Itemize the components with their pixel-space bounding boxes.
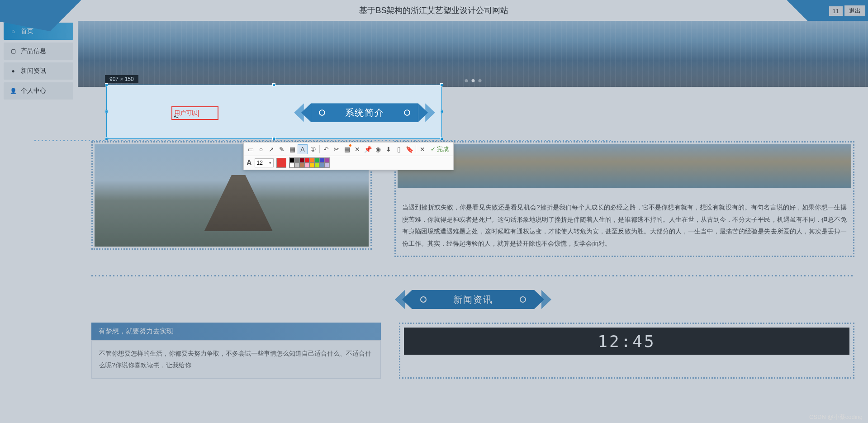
top-bar: 基于BS架构的浙江艾艺塑业设计公司网站 11 退出 xyxy=(0,0,868,21)
selection-handle[interactable] xyxy=(440,110,443,113)
mosaic-tool-button[interactable]: ▦ xyxy=(287,144,297,154)
color-swatch[interactable] xyxy=(309,163,314,168)
intro-image-right xyxy=(398,144,851,188)
carousel-dots xyxy=(465,79,481,82)
news-card[interactable]: 有梦想，就要努力去实现 不管你想要怎样的生活，你都要去努力争取，不多尝试一些事情… xyxy=(91,323,381,378)
user-icon: 👤 xyxy=(10,88,16,94)
font-size-value: 12 xyxy=(257,160,263,166)
carousel-dot[interactable] xyxy=(471,79,474,82)
selection-handle[interactable] xyxy=(105,137,108,140)
selection-handle[interactable] xyxy=(105,110,108,113)
color-swatch[interactable] xyxy=(324,158,329,163)
section-title: 系统简介 xyxy=(311,103,418,122)
home-icon: ⌂ xyxy=(10,28,16,34)
arrow-right-icon xyxy=(534,290,559,309)
arrow-left-icon xyxy=(387,290,412,309)
intro-section: 当遇到挫折或失败，你是看见失败还是看见机会?挫折是我们每个人成长的必经之路，它不… xyxy=(78,141,868,257)
color-swatch[interactable] xyxy=(314,158,319,163)
toolbar-row-format: A 12 xyxy=(244,156,453,170)
color-swatch[interactable] xyxy=(294,158,299,163)
page-title: 基于BS架构的浙江艾艺塑业设计公司网站 xyxy=(359,5,508,16)
selection-handle[interactable] xyxy=(272,83,275,86)
color-swatch[interactable] xyxy=(294,163,299,168)
header-right: 11 退出 xyxy=(829,5,865,16)
main-content: 当遇到挫折或失败，你是看见失败还是看见机会?挫折是我们每个人成长的必经之路，它不… xyxy=(78,21,868,423)
sidebar-item-products[interactable]: ▢ 产品信息 xyxy=(4,43,73,60)
screenshot-selection[interactable]: 907 × 150 用户可以 ↖ 系统简介 xyxy=(106,85,442,139)
color-swatch[interactable] xyxy=(299,163,304,168)
ocr-button[interactable]: ▤ xyxy=(342,144,352,154)
carousel-dot[interactable] xyxy=(465,79,468,82)
pencil-tool-button[interactable]: ✎ xyxy=(277,144,287,154)
hero-banner xyxy=(78,21,868,87)
intro-right-panel: 当遇到挫折或失败，你是看见失败还是看见机会?挫折是我们每个人成长的必经之路，它不… xyxy=(394,141,854,257)
current-color-swatch[interactable] xyxy=(276,158,286,168)
color-swatch[interactable] xyxy=(319,158,324,163)
news-section: 有梦想，就要努力去实现 不管你想要怎样的生活，你都要去努力争取，不多尝试一些事情… xyxy=(78,323,868,378)
selection-dotted-edge xyxy=(34,140,613,141)
color-swatch[interactable] xyxy=(324,163,329,168)
sidebar-item-label: 个人中心 xyxy=(21,87,46,95)
color-palette xyxy=(289,157,330,168)
carousel-dot[interactable] xyxy=(478,79,481,82)
screenshot-toolbar: ▭ ○ ↗ ✎ ▦ A ① ↶ ✂ ▤ ✕ 📌 ◉ ⬇ ▯ 🔖 ✕ ✓ 完成 A… xyxy=(243,142,454,170)
download-button[interactable]: ⬇ xyxy=(384,144,394,154)
section-divider xyxy=(91,275,854,276)
color-swatch[interactable] xyxy=(309,158,314,163)
cube-icon: ▢ xyxy=(10,48,16,54)
user-badge[interactable]: 11 xyxy=(829,6,843,16)
cut-button[interactable]: ✂ xyxy=(332,144,342,154)
selection-handle[interactable] xyxy=(105,83,108,86)
color-swatch[interactable] xyxy=(289,163,294,168)
font-size-select[interactable]: 12 xyxy=(255,158,274,167)
sidebar-item-label: 产品信息 xyxy=(21,47,46,55)
toolbar-separator xyxy=(319,145,320,153)
toolbar-separator xyxy=(416,145,416,153)
pin-button[interactable]: 📌 xyxy=(363,144,373,154)
done-label: 完成 xyxy=(437,145,449,153)
sidebar-item-label: 首页 xyxy=(21,27,33,35)
info-icon: ● xyxy=(10,68,16,74)
sidebar-item-news[interactable]: ● 新闻资讯 xyxy=(4,62,73,80)
color-swatch[interactable] xyxy=(289,158,294,163)
news-card-title: 有梦想，就要努力去实现 xyxy=(91,323,381,340)
arrow-tool-button[interactable]: ↗ xyxy=(266,144,276,154)
done-button[interactable]: ✓ 完成 xyxy=(428,145,451,153)
intro-section-banner: 系统简介 xyxy=(289,103,440,122)
rectangle-tool-button[interactable]: ▭ xyxy=(246,144,256,154)
close-button[interactable]: ✕ xyxy=(417,144,427,154)
color-swatch[interactable] xyxy=(304,163,309,168)
intro-text: 当遇到挫折或失败，你是看见失败还是看见机会?挫折是我们每个人成长的必经之路，它不… xyxy=(398,188,851,254)
record-button[interactable]: ◉ xyxy=(373,144,383,154)
text-tool-button[interactable]: A xyxy=(298,144,308,154)
check-icon: ✓ xyxy=(431,146,436,152)
selection-handle[interactable] xyxy=(440,137,443,140)
font-icon: A xyxy=(247,159,252,167)
sidebar: ⌂ 首页 ▢ 产品信息 ● 新闻资讯 👤 个人中心 xyxy=(0,21,78,423)
shuffle-button[interactable]: ✕ xyxy=(352,144,362,154)
arrow-left-icon xyxy=(289,103,311,122)
ellipse-tool-button[interactable]: ○ xyxy=(256,144,266,154)
selection-dimensions-label: 907 × 150 xyxy=(105,75,138,83)
undo-button[interactable]: ↶ xyxy=(321,144,331,154)
number-tool-button[interactable]: ① xyxy=(308,144,318,154)
watermark: CSDN @小蔡coding xyxy=(809,413,863,421)
color-swatch[interactable] xyxy=(304,158,309,163)
color-swatch[interactable] xyxy=(319,163,324,168)
section-title: 新闻资讯 xyxy=(412,290,534,309)
arrow-right-icon xyxy=(418,103,440,122)
color-swatch[interactable] xyxy=(299,158,304,163)
selection-handle[interactable] xyxy=(272,137,275,140)
news-card-right[interactable]: 12:45 xyxy=(399,323,854,378)
sidebar-item-profile[interactable]: 👤 个人中心 xyxy=(4,82,73,100)
toolbar-row-tools: ▭ ○ ↗ ✎ ▦ A ① ↶ ✂ ▤ ✕ 📌 ◉ ⬇ ▯ 🔖 ✕ ✓ 完成 xyxy=(244,143,453,156)
selection-handle[interactable] xyxy=(440,83,443,86)
phone-button[interactable]: ▯ xyxy=(394,144,404,154)
color-swatch[interactable] xyxy=(314,163,319,168)
bookmark-button[interactable]: 🔖 xyxy=(404,144,414,154)
news-clock-image: 12:45 xyxy=(404,328,849,355)
news-card-body: 不管你想要怎样的生活，你都要去努力争取，不多尝试一些事情怎么知道自己适合什么、不… xyxy=(91,340,381,378)
news-section-banner: 新闻资讯 xyxy=(78,290,868,309)
logout-button[interactable]: 退出 xyxy=(844,5,865,16)
sidebar-item-label: 新闻资讯 xyxy=(21,67,46,75)
